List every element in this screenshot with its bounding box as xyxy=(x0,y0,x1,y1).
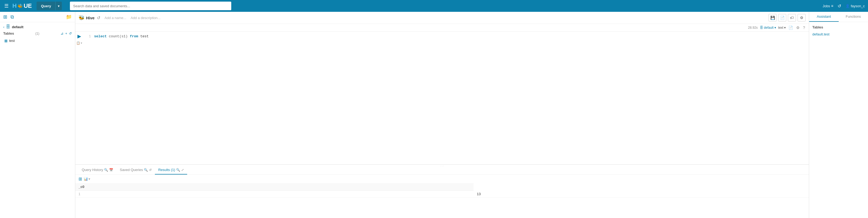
meta-doc-icon[interactable]: 📄 xyxy=(788,25,794,30)
editor-inner: ▶ 📋 ▾ 1 select count(s1) from xyxy=(75,32,809,164)
table-row: 1 13 xyxy=(75,191,809,197)
chart-dropdown-icon: ▾ xyxy=(89,177,90,181)
save-document-button[interactable]: 💾 xyxy=(769,14,777,22)
meta-type-dropdown-icon: ▾ xyxy=(784,26,786,30)
hive-text-label: Hive xyxy=(86,15,95,20)
saved-queries-refresh-icon[interactable]: ↺ xyxy=(149,168,152,172)
editor-meta-bar: 28.92s 🗄 default ▾ text ▾ 📄 ⚙ ? xyxy=(75,24,809,32)
stack-icon[interactable]: ⊞ xyxy=(3,14,7,20)
table-ref-test: test xyxy=(141,34,149,38)
results-panel: · · · Query History 🔍 📅 Saved Queries 🔍 … xyxy=(75,164,809,218)
meta-help-icon[interactable]: ? xyxy=(802,25,806,30)
table-full-name-label: default.test xyxy=(812,32,830,36)
tab-saved-queries[interactable]: Saved Queries 🔍 ↺ xyxy=(117,166,155,175)
folder-icon[interactable]: 📁 xyxy=(66,14,72,20)
document-description-field[interactable]: Add a description... xyxy=(131,16,160,20)
meta-db-name: default xyxy=(764,26,774,30)
refresh-tables-icon[interactable]: ↺ xyxy=(69,31,72,35)
tables-section-label: Tables xyxy=(3,31,14,35)
col-header-c0: _c0 xyxy=(75,183,473,191)
tab-results[interactable]: Results (1) 🔍 ⤢ xyxy=(155,166,187,175)
username-label: fayson_c xyxy=(851,4,865,8)
keyword-select: select xyxy=(94,34,107,38)
editor-area: 🐝 Hive ↺ Add a name... Add a description… xyxy=(75,12,809,218)
document-name-field[interactable]: Add a name... xyxy=(104,16,126,20)
table-item-test[interactable]: ▦ test xyxy=(3,38,72,44)
back-to-databases[interactable]: ‹ 🗄 default xyxy=(3,25,72,29)
add-table-icon[interactable]: + xyxy=(65,31,67,35)
logo-h: H xyxy=(12,2,17,9)
search-input[interactable] xyxy=(70,2,231,10)
snippet-selector[interactable]: 📋 ▾ xyxy=(76,41,82,45)
keyword-from: from xyxy=(130,34,138,38)
filter-icon[interactable]: ⊿ xyxy=(61,31,63,35)
search-container xyxy=(70,2,231,10)
editor-settings-button[interactable]: ⚙ xyxy=(798,14,806,22)
code-content[interactable]: select count(s1) from test xyxy=(93,34,809,162)
editor-toolbar-right: 💾 📄 🏷 ⚙ xyxy=(769,14,806,22)
snippet-icon: 📋 xyxy=(76,41,80,45)
query-editor: 28.92s 🗄 default ▾ text ▾ 📄 ⚙ ? ▶ xyxy=(75,24,809,164)
results-search-icon[interactable]: 🔍 xyxy=(176,168,180,172)
copy-icon[interactable]: ⧉ xyxy=(10,14,14,20)
meta-type-label: text xyxy=(778,26,783,30)
table-name-label: test xyxy=(9,39,15,43)
execution-time-label: 28.92s xyxy=(748,26,758,30)
tables-header: Tables (1) ⊿ + ↺ xyxy=(3,31,72,35)
right-panel-content: Tables default.test xyxy=(809,22,868,218)
table-header-row: _c0 xyxy=(75,183,809,191)
saved-queries-label: Saved Queries xyxy=(120,168,143,172)
meta-settings-icon[interactable]: ⚙ xyxy=(796,25,800,30)
tab-functions[interactable]: Functions xyxy=(839,12,868,22)
query-dropdown-button[interactable]: ▾ xyxy=(55,2,62,10)
code-editor[interactable]: 1 select count(s1) from test xyxy=(83,32,809,164)
chart-view-button[interactable]: 📊 ▾ xyxy=(84,177,90,181)
grid-view-button[interactable]: ⊞ xyxy=(79,176,82,181)
hive-label: 🐝 Hive xyxy=(79,15,95,21)
tag-button[interactable]: 🏷 xyxy=(788,14,796,22)
main-layout: ⊞ ⧉ 📁 ‹ 🗄 default Tables (1) ⊿ + ↺ ▦ xyxy=(0,12,868,218)
query-main-button[interactable]: Query xyxy=(37,2,55,10)
topnav-right-section: Jobs ≡ ↺ 👤 fayson_c xyxy=(823,3,865,9)
view-toggle-row: ⊞ 📊 ▾ xyxy=(75,175,809,183)
sidebar-icon-row: ⊞ ⧉ 📁 xyxy=(0,12,75,22)
output-type-selector[interactable]: text ▾ xyxy=(778,26,786,30)
functions-tab-label: Functions xyxy=(846,14,861,19)
assistant-tab-label: Assistant xyxy=(817,14,831,19)
results-tabs: Query History 🔍 📅 Saved Queries 🔍 ↺ Resu… xyxy=(75,166,809,175)
line-number-1: 1 xyxy=(83,34,91,38)
left-sidebar: ⊞ ⧉ 📁 ‹ 🗄 default Tables (1) ⊿ + ↺ ▦ xyxy=(0,12,75,218)
run-query-button[interactable]: ▶ xyxy=(78,33,81,39)
tab-assistant[interactable]: Assistant xyxy=(809,12,839,22)
user-icon: 👤 xyxy=(845,4,850,8)
query-history-search-icon[interactable]: 🔍 xyxy=(104,168,108,172)
query-button-group: Query ▾ xyxy=(37,2,62,10)
sidebar-content: ‹ 🗄 default Tables (1) ⊿ + ↺ ▦ test xyxy=(0,22,75,218)
jobs-icon: ≡ xyxy=(831,4,833,8)
hamburger-menu-icon[interactable]: ☰ xyxy=(3,2,10,10)
tab-query-history[interactable]: Query History 🔍 📅 xyxy=(79,166,117,175)
undo-icon[interactable]: ↺ xyxy=(97,15,100,21)
user-menu[interactable]: 👤 fayson_c xyxy=(845,4,865,8)
results-expand-icon[interactable]: ⤢ xyxy=(181,168,184,172)
saved-queries-search-icon[interactable]: 🔍 xyxy=(144,168,148,172)
tables-count-label: (1) xyxy=(35,32,39,35)
right-panel-section-title: Tables xyxy=(812,25,865,29)
new-document-button[interactable]: 📄 xyxy=(778,14,786,22)
row-c0-cell: 13 xyxy=(473,191,809,197)
jobs-label: Jobs xyxy=(823,4,830,8)
meta-db-dropdown-icon: ▾ xyxy=(774,26,776,30)
database-selector[interactable]: 🗄 default ▾ xyxy=(760,26,776,30)
results-label: Results (1) xyxy=(158,168,175,172)
history-icon[interactable]: ↺ xyxy=(838,3,841,9)
hive-bee-icon: 🐝 xyxy=(79,15,85,21)
right-panel-table-item-default-test[interactable]: default.test xyxy=(812,31,865,37)
row-num-cell: 1 xyxy=(75,191,473,197)
logo: H 🐝 UE xyxy=(12,2,32,9)
snippet-dropdown-icon: ▾ xyxy=(81,41,82,45)
jobs-button[interactable]: Jobs ≡ xyxy=(823,4,833,8)
results-content: ⊞ 📊 ▾ _c0 1 13 xyxy=(75,175,809,218)
query-history-cal-icon[interactable]: 📅 xyxy=(109,168,113,172)
function-count: count(s1) xyxy=(109,34,130,38)
editor-toolbar: 🐝 Hive ↺ Add a name... Add a description… xyxy=(75,12,809,24)
